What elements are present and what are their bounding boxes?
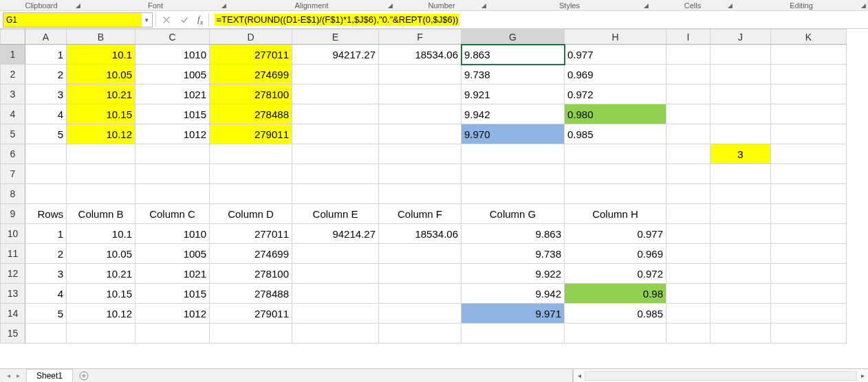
cell-B6[interactable] [67, 144, 135, 164]
cell-A12[interactable]: 3 [25, 264, 67, 284]
name-box[interactable]: G1 ▾ [3, 12, 153, 27]
cell-E13[interactable] [292, 284, 379, 304]
formula-bar-input[interactable]: =TEXT(ROUND((D1-E$1)/(F$1)*1,$J$6),"0."&… [212, 12, 865, 27]
cell-E4[interactable] [292, 104, 379, 124]
cell-B13[interactable]: 10.15 [67, 284, 135, 304]
row-header-13[interactable]: 13 [1, 284, 25, 304]
cell-F12[interactable] [379, 264, 462, 284]
cell-C11[interactable]: 1005 [135, 244, 210, 264]
cell-A8[interactable] [25, 184, 67, 204]
cell-G7[interactable] [462, 164, 565, 184]
cell-E7[interactable] [292, 164, 379, 184]
cell-K2[interactable] [771, 65, 847, 85]
cell-A15[interactable] [25, 324, 67, 344]
cell-F8[interactable] [379, 184, 462, 204]
cell-G2[interactable]: 9.738 [462, 65, 565, 85]
cell-I8[interactable] [666, 184, 710, 204]
cell-I12[interactable] [666, 264, 710, 284]
cell-G12[interactable]: 9.922 [462, 264, 565, 284]
cell-J13[interactable] [710, 284, 771, 304]
column-header-D[interactable]: D [210, 30, 292, 45]
cell-J4[interactable] [710, 104, 771, 124]
cell-G3[interactable]: 9.921 [462, 85, 565, 104]
row-header-1[interactable]: 1 [1, 45, 25, 65]
column-header-A[interactable]: A [25, 30, 67, 45]
cell-K9[interactable] [771, 204, 847, 224]
sheet-tab[interactable]: Sheet1 [26, 369, 73, 382]
cell-A7[interactable] [25, 164, 67, 184]
add-sheet-button[interactable] [77, 369, 91, 383]
cell-H7[interactable] [565, 164, 666, 184]
cell-K3[interactable] [771, 85, 847, 104]
cell-D11[interactable]: 274699 [210, 244, 292, 264]
dialog-launcher-icon[interactable]: ◢ [726, 2, 733, 9]
cell-K10[interactable] [771, 224, 847, 244]
cell-F14[interactable] [379, 304, 462, 324]
cell-D8[interactable] [210, 184, 292, 204]
cell-E3[interactable] [292, 85, 379, 104]
cell-B14[interactable]: 10.12 [67, 304, 135, 324]
row-header-14[interactable]: 14 [1, 304, 25, 324]
dialog-launcher-icon[interactable]: ◢ [642, 2, 649, 9]
cell-A14[interactable]: 5 [25, 304, 67, 324]
cell-B7[interactable] [67, 164, 135, 184]
cell-J10[interactable] [710, 224, 771, 244]
cell-J2[interactable] [710, 65, 771, 85]
row-header-6[interactable]: 6 [1, 144, 25, 164]
cell-F5[interactable] [379, 124, 462, 144]
cell-J6[interactable]: 3 [710, 144, 771, 164]
cell-C12[interactable]: 1021 [135, 264, 210, 284]
cell-H5[interactable]: 0.985 [565, 124, 666, 144]
row-header-3[interactable]: 3 [1, 85, 25, 104]
column-header-E[interactable]: E [292, 30, 379, 45]
cell-J14[interactable] [710, 304, 771, 324]
row-header-12[interactable]: 12 [1, 264, 25, 284]
cell-K1[interactable] [771, 45, 847, 65]
row-header-2[interactable]: 2 [1, 65, 25, 85]
cell-K5[interactable] [771, 124, 847, 144]
scroll-left-icon[interactable]: ◂ [574, 372, 585, 379]
cell-I7[interactable] [666, 164, 710, 184]
cell-J15[interactable] [710, 324, 771, 344]
cell-J8[interactable] [710, 184, 771, 204]
cell-F1[interactable]: 18534.06 [379, 45, 462, 65]
cell-G9[interactable]: Column G [462, 204, 565, 224]
cell-C8[interactable] [135, 184, 210, 204]
cell-C1[interactable]: 1010 [135, 45, 210, 65]
cell-F10[interactable]: 18534.06 [379, 224, 462, 244]
sheet-nav-buttons[interactable]: ◂ ▸ [0, 372, 26, 379]
cell-D9[interactable]: Column D [210, 204, 292, 224]
scroll-right-icon[interactable]: ▸ [857, 372, 868, 379]
cell-J12[interactable] [710, 264, 771, 284]
cell-F7[interactable] [379, 164, 462, 184]
cell-H15[interactable] [565, 324, 666, 344]
column-header-H[interactable]: H [565, 30, 666, 45]
cell-K14[interactable] [771, 304, 847, 324]
cell-C6[interactable] [135, 144, 210, 164]
cell-H10[interactable]: 0.977 [565, 224, 666, 244]
cell-J3[interactable] [710, 85, 771, 104]
cell-H13[interactable]: 0.98 [565, 284, 666, 304]
cell-F15[interactable] [379, 324, 462, 344]
cell-F13[interactable] [379, 284, 462, 304]
cell-E9[interactable]: Column E [292, 204, 379, 224]
cell-I11[interactable] [666, 244, 710, 264]
column-header-J[interactable]: J [710, 30, 771, 45]
row-header-7[interactable]: 7 [1, 164, 25, 184]
cell-E8[interactable] [292, 184, 379, 204]
cell-B8[interactable] [67, 184, 135, 204]
cell-F4[interactable] [379, 104, 462, 124]
cell-B12[interactable]: 10.21 [67, 264, 135, 284]
row-header-15[interactable]: 15 [1, 324, 25, 344]
cell-G8[interactable] [462, 184, 565, 204]
cell-K7[interactable] [771, 164, 847, 184]
row-header-10[interactable]: 10 [1, 224, 25, 244]
cell-F6[interactable] [379, 144, 462, 164]
cell-B9[interactable]: Column B [67, 204, 135, 224]
cell-G13[interactable]: 9.942 [462, 284, 565, 304]
cell-E11[interactable] [292, 244, 379, 264]
horizontal-scrollbar[interactable]: ◂ ▸ [572, 370, 868, 382]
cancel-formula-button[interactable] [159, 12, 174, 27]
cell-A9[interactable]: Rows [25, 204, 67, 224]
cell-K11[interactable] [771, 244, 847, 264]
